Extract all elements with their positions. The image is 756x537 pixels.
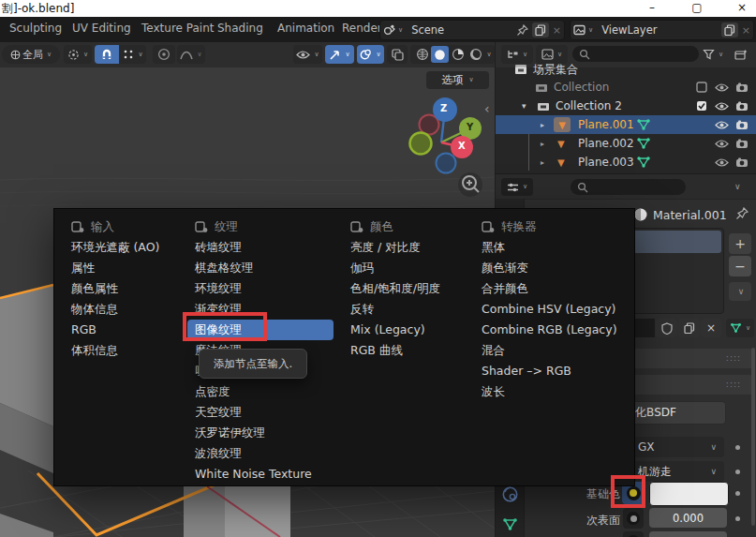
animate-dot[interactable]	[735, 445, 740, 450]
hide-eye-icon[interactable]	[715, 120, 729, 130]
unlink-scene-icon[interactable]: ×	[550, 24, 564, 37]
shading-material-icon[interactable]	[449, 48, 467, 61]
menu-item[interactable]: 黑体	[474, 237, 626, 258]
menu-item[interactable]: 环境纹理	[187, 278, 334, 299]
overlays-toggle-dropdown[interactable]: ∨	[357, 45, 384, 64]
pin-icon[interactable]	[735, 207, 749, 220]
collection-checkbox-unchecked[interactable]	[696, 82, 707, 93]
menu-item[interactable]: 棋盘格纹理	[187, 258, 334, 278]
viewlayer-name[interactable]: ViewLayer	[596, 23, 720, 37]
gizmos-toggle-dropdown[interactable]: ∨	[325, 45, 354, 64]
menu-item[interactable]: 反转	[343, 299, 476, 320]
minimize-button[interactable]: –	[645, 0, 660, 15]
menu-item[interactable]: 属性	[64, 258, 190, 278]
subsurface-radius-socket-button[interactable]	[623, 531, 644, 537]
viewlayer-icon[interactable]: ∨	[571, 21, 596, 39]
animate-dot[interactable]	[735, 470, 740, 474]
outliner-row-plane003[interactable]: ▸ ▼ Plane.003	[496, 153, 756, 172]
menu-item[interactable]: 伽玛	[343, 258, 476, 278]
copy-material-button[interactable]	[678, 319, 700, 337]
menu-item[interactable]: 颜色渐变	[474, 258, 626, 278]
collection2-label[interactable]: Collection 2	[556, 99, 622, 112]
shading-wireframe-icon[interactable]	[413, 48, 431, 61]
remove-slot-button[interactable]: −	[729, 256, 751, 276]
close-button[interactable]: ×	[734, 0, 749, 15]
properties-options-chevron-icon[interactable]: ∨	[734, 183, 741, 191]
pivot-point-dropdown[interactable]: ∨	[64, 45, 92, 64]
workspace-tab-shading[interactable]: Shading	[217, 22, 263, 35]
menu-item[interactable]: White Noise Texture	[187, 464, 334, 485]
proportional-editing-toggle[interactable]	[153, 45, 175, 64]
menu-item[interactable]: 沃罗诺伊纹理	[187, 423, 334, 443]
tab-material-icon[interactable]	[501, 485, 519, 503]
menu-item[interactable]: Mix (Legacy)	[343, 320, 476, 340]
remove-viewlayer-icon[interactable]: ×	[739, 24, 753, 37]
disclosure-closed-icon[interactable]: ▸	[541, 158, 544, 167]
viewlayer-selector[interactable]: ∨ ViewLayer ×	[570, 20, 754, 40]
new-viewlayer-copy-icon[interactable]	[721, 22, 738, 37]
menu-item[interactable]: 亮度 / 对比度	[343, 237, 476, 258]
subsurface-socket-button[interactable]	[623, 508, 644, 529]
menu-item[interactable]: 颜色属性	[64, 278, 190, 299]
hide-eye-icon[interactable]	[715, 82, 729, 93]
scene-icon[interactable]: ∨	[380, 21, 406, 39]
disclosure-open-icon[interactable]: ▾	[522, 101, 526, 111]
shading-dropdown-icon[interactable]: ∨	[486, 52, 491, 58]
properties-search-input[interactable]	[571, 179, 686, 195]
menu-item[interactable]: Combine HSV (Legacy)	[474, 299, 626, 320]
menu-item[interactable]: 天空纹理	[187, 402, 334, 423]
outliner-row-collection2[interactable]: ▾ Collection 2	[496, 97, 756, 115]
slot-specials-dropdown[interactable]: ∨	[729, 282, 751, 301]
properties-editor-type-dropdown[interactable]: ∨	[501, 178, 533, 196]
disable-render-camera-icon[interactable]	[735, 82, 749, 93]
collection-label[interactable]: Collection	[554, 81, 609, 94]
gizmo-y-label[interactable]: Y	[467, 122, 473, 132]
link-object-data-dropdown[interactable]: ∨	[726, 319, 754, 337]
outliner-row-collection[interactable]: Collection	[496, 78, 756, 97]
object-plane002-label[interactable]: Plane.002	[578, 137, 634, 150]
outliner-row-scene-collection[interactable]: 场景集合	[496, 60, 756, 79]
collection2-checkbox-checked[interactable]	[696, 100, 707, 112]
hide-eye-icon[interactable]	[715, 157, 729, 168]
menu-item[interactable]: 色相/饱和度/明度	[343, 278, 476, 299]
scrollbar[interactable]	[751, 348, 755, 526]
show-gizmo-dropdown[interactable]: ∨	[293, 45, 322, 64]
disable-render-camera-icon[interactable]	[735, 139, 749, 149]
panel-grip-icon[interactable]: ::::	[726, 380, 741, 389]
menu-item[interactable]: 砖墙纹理	[187, 237, 334, 258]
menu-item[interactable]: RGB	[64, 320, 190, 340]
add-slot-button[interactable]: +	[729, 233, 751, 254]
gizmo-z-label[interactable]: Z	[440, 103, 447, 113]
workspace-tab-texture-paint[interactable]: Texture Paint	[141, 22, 214, 35]
hide-eye-icon[interactable]	[715, 139, 729, 149]
tab-object-data-icon[interactable]	[502, 517, 518, 531]
shading-solid-icon[interactable]	[431, 46, 449, 63]
animate-dot[interactable]	[735, 516, 740, 521]
gizmo-x-label[interactable]: X	[458, 141, 466, 151]
outliner-row-plane002[interactable]: ▸ ▼ Plane.002	[496, 134, 756, 153]
menu-item[interactable]: 混合	[474, 340, 626, 361]
pin-icon[interactable]	[513, 21, 531, 39]
menu-item[interactable]: 合并颜色	[474, 278, 626, 299]
menu-item[interactable]: Shader –> RGB	[474, 361, 626, 381]
snap-toggle[interactable]	[95, 45, 119, 64]
workspace-tab-animation[interactable]: Animation	[277, 22, 334, 35]
viewport-options-dropdown[interactable]: 选项 ∨	[426, 71, 489, 89]
shading-rendered-icon[interactable]	[467, 48, 484, 61]
disclosure-closed-icon[interactable]: ▸	[541, 121, 544, 129]
panel-grip-icon[interactable]: ::::	[726, 353, 741, 363]
disable-render-camera-icon[interactable]	[735, 101, 749, 112]
breadcrumb-material-name[interactable]: Material.001	[653, 208, 727, 222]
scene-selector[interactable]: ∨ Scene ×	[379, 20, 565, 40]
hide-eye-icon[interactable]	[715, 101, 729, 112]
menu-item[interactable]: 波浪纹理	[187, 443, 334, 464]
proportional-falloff-dropdown[interactable]: ∨	[177, 45, 205, 64]
subsurface-value-field[interactable]: 0.000	[649, 508, 727, 528]
workspace-tab-sculpting[interactable]: Sculpting	[9, 22, 62, 35]
subsurface-radius-field[interactable]: 0.000	[649, 531, 727, 537]
new-scene-copy-icon[interactable]	[532, 22, 549, 37]
scene-collection-label[interactable]: 场景集合	[533, 62, 578, 78]
disable-render-camera-icon[interactable]	[735, 157, 749, 168]
menu-item[interactable]: Combine RGB (Legacy)	[474, 320, 626, 340]
menu-item[interactable]: RGB 曲线	[343, 340, 476, 361]
